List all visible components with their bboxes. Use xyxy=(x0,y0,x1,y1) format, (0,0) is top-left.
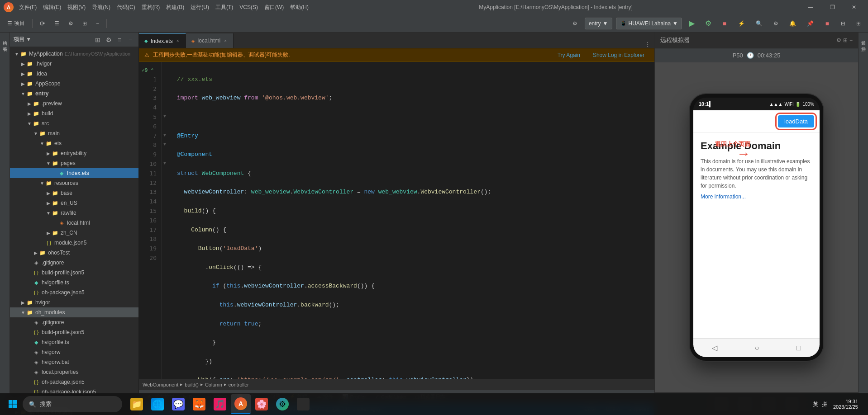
notification-panel-btn[interactable] xyxy=(862,393,864,415)
tab-close-local-html[interactable]: × xyxy=(223,38,228,43)
tree-item-base[interactable]: ▶ 📁 base xyxy=(10,188,138,198)
run-button[interactable]: ▶ xyxy=(686,17,698,30)
emulator-settings-btn[interactable]: ⚙ xyxy=(836,37,841,43)
bc-webcomponent[interactable]: WebComponent xyxy=(143,382,178,387)
tree-item-entry[interactable]: ▼ 📁 entry xyxy=(10,89,138,99)
menu-edit[interactable]: 编辑(E) xyxy=(40,3,64,12)
menu-code[interactable]: 代码(C) xyxy=(114,3,138,12)
settings-panel-btn[interactable]: ⚙ xyxy=(104,35,113,44)
tree-item-oh-package-entry[interactable]: { } oh-package.json5 xyxy=(10,288,138,297)
list-panel-btn[interactable]: ≡ xyxy=(115,35,124,44)
tree-item-preview[interactable]: ▶ 📁 .preview xyxy=(10,99,138,108)
tree-item-hvigor-root[interactable]: ▶ 📁 hvigor xyxy=(10,297,138,307)
tree-item-rawfile[interactable]: ▼ 📁 rawfile xyxy=(10,208,138,218)
taskbar-app-media[interactable]: 🎵 xyxy=(210,394,230,414)
tree-item-ets[interactable]: ▼ 📁 ets xyxy=(10,138,138,148)
close-button[interactable]: ✕ xyxy=(844,0,864,14)
tree-item-src[interactable]: ▼ 📁 src xyxy=(10,118,138,128)
tree-item-entryability[interactable]: ▶ 📁 entryability xyxy=(10,148,138,158)
tree-item-oh-modules[interactable]: ▼ 📁 oh_modules xyxy=(10,307,138,317)
tree-item-en-us[interactable]: ▶ 📁 en_US xyxy=(10,198,138,208)
taskbar-app-terminal[interactable]: _ xyxy=(293,394,313,414)
menu-help[interactable]: 帮助(H) xyxy=(287,3,311,12)
tab-local-html[interactable]: ◈ local.html × xyxy=(186,33,234,48)
settings-icon-btn[interactable]: ⚙ xyxy=(569,17,581,30)
emulator-close-btn[interactable]: − xyxy=(849,37,853,43)
bc-build[interactable]: build() xyxy=(185,382,199,387)
tree-root-item[interactable]: ▼ 📁 MyApplication E:\HarmonyOS\MyApplica… xyxy=(10,49,138,59)
debug-button[interactable]: ⚙ xyxy=(702,17,715,30)
tree-item-hvigorw[interactable]: ◈ hvigorw xyxy=(10,347,138,357)
taskbar-app-firefox[interactable]: 🦊 xyxy=(189,394,209,414)
menu-run[interactable]: 运行(U) xyxy=(188,3,212,12)
tab-index-ets[interactable]: ◆ Index.ets × xyxy=(139,33,186,48)
emulator-expand-btn[interactable]: ⊞ xyxy=(843,37,848,43)
tree-item-zh-cn[interactable]: ▶ 📁 zh_CN xyxy=(10,228,138,238)
list-button[interactable]: ☰ xyxy=(51,17,63,30)
menu-file[interactable]: 文件(F) xyxy=(16,3,39,12)
bc-controller[interactable]: controller xyxy=(229,382,249,387)
sync-button[interactable]: ⟳ xyxy=(36,17,49,30)
tray-lang[interactable]: 英 xyxy=(813,401,818,408)
show-log-in-explorer-button[interactable]: Show Log in Explorer xyxy=(588,50,649,60)
tree-item-ohostest[interactable]: ▶ 📁 ohosTest xyxy=(10,248,138,258)
project-button[interactable]: ☰ 项目 xyxy=(4,17,29,30)
tree-item-appscope[interactable]: ▶ 📁 AppScope xyxy=(10,79,138,89)
profile-btn[interactable]: ⚡ xyxy=(734,17,749,30)
tree-item-hvigorfile-entry[interactable]: ◆ hvigorfile.ts xyxy=(10,278,138,288)
tree-item-local-html[interactable]: ◈ local.html xyxy=(10,218,138,228)
tree-item-index-ets[interactable]: ◆ Index.ets xyxy=(10,168,138,178)
tree-item-gitignore-root[interactable]: ◈ .gitignore xyxy=(10,317,138,327)
sidebar-notifications[interactable]: 通知 xyxy=(859,34,868,40)
tree-item-hvigor[interactable]: ▶ 📁 .hvigor xyxy=(10,59,138,69)
close-panel-btn[interactable]: − xyxy=(126,35,135,44)
notifications-btn[interactable]: 🔔 xyxy=(786,17,800,30)
code-content[interactable]: // xxx.ets import web_webview from '@oho… xyxy=(170,62,654,379)
taskbar-app-edge[interactable]: 🌐 xyxy=(148,394,167,414)
tree-item-module-json5[interactable]: { } module.json5 xyxy=(10,238,138,248)
expand-button[interactable]: ⊞ xyxy=(79,17,91,30)
device-dropdown[interactable]: 📱 HUAWEI Lahaina ▼ xyxy=(616,18,682,29)
tree-item-local-properties[interactable]: ◈ local.properties xyxy=(10,367,138,377)
tree-item-build[interactable]: ▶ 📁 build xyxy=(10,108,138,118)
collapse-button[interactable]: − xyxy=(92,17,103,30)
taskbar-app-files[interactable]: 📁 xyxy=(127,394,147,414)
tree-item-hvigorfile-root[interactable]: ◆ hvigorfile.ts xyxy=(10,337,138,347)
tree-item-gitignore-entry[interactable]: ◈ .gitignore xyxy=(10,258,138,268)
tree-item-build-profile-entry[interactable]: { } build-profile.json5 xyxy=(10,268,138,278)
settings-button[interactable]: ⚙ xyxy=(65,17,77,30)
tree-item-resources[interactable]: ▼ 📁 resources xyxy=(10,178,138,188)
web-more-info-link[interactable]: More information... xyxy=(701,193,812,200)
phone-recents-btn[interactable]: □ xyxy=(796,344,801,352)
tree-item-main[interactable]: ▼ 📁 main xyxy=(10,128,138,138)
taskbar-app-deveco[interactable]: ⚙ xyxy=(272,394,292,414)
try-again-button[interactable]: Try Again xyxy=(553,50,585,60)
tree-item-pages[interactable]: ▼ 📁 pages xyxy=(10,158,138,168)
bc-column[interactable]: Column xyxy=(205,382,222,387)
taskbar-clock[interactable]: 19:31 2023/12/25 xyxy=(831,399,858,410)
settings-btn2[interactable]: ⚙ xyxy=(770,17,782,30)
entry-dropdown[interactable]: entry ▼ xyxy=(585,18,612,29)
maximize-button[interactable]: ❐ xyxy=(822,0,843,14)
phone-home-btn[interactable]: ○ xyxy=(755,344,759,352)
minimize-button[interactable]: — xyxy=(800,0,821,14)
menu-refactor[interactable]: 重构(R) xyxy=(139,3,163,12)
taskbar-search-box[interactable]: 🔍 搜索 xyxy=(23,396,122,412)
sidebar-item-bookmarks[interactable]: 书签 xyxy=(1,41,9,46)
tab-close-index[interactable]: × xyxy=(176,38,180,43)
sidebar-item-structure[interactable]: 结构 xyxy=(1,34,9,40)
layout-btn[interactable]: ⊟ xyxy=(837,17,849,30)
taskbar-app-harmonyos[interactable]: A xyxy=(231,394,251,414)
taskbar-app-hms[interactable]: 🌸 xyxy=(252,394,272,414)
tree-item-oh-package-root[interactable]: { } oh-package.json5 xyxy=(10,377,138,387)
tree-item-hvigorw-bat[interactable]: ◈ hvigorw.bat xyxy=(10,357,138,367)
taskbar-app-chat[interactable]: 💬 xyxy=(168,394,188,414)
tab-menu-btn[interactable]: ⋮ xyxy=(644,41,651,48)
phone-back-btn[interactable]: ◁ xyxy=(712,344,717,352)
expand2-btn[interactable]: ⊞ xyxy=(853,17,864,30)
menu-build[interactable]: 构建(B) xyxy=(163,3,187,12)
tree-item-idea[interactable]: ▶ 📁 .idea xyxy=(10,69,138,79)
tray-ime[interactable]: 拼 xyxy=(822,401,827,408)
menu-vcs[interactable]: VCS(S) xyxy=(237,3,261,11)
stop-btn2[interactable]: ■ xyxy=(821,17,834,30)
